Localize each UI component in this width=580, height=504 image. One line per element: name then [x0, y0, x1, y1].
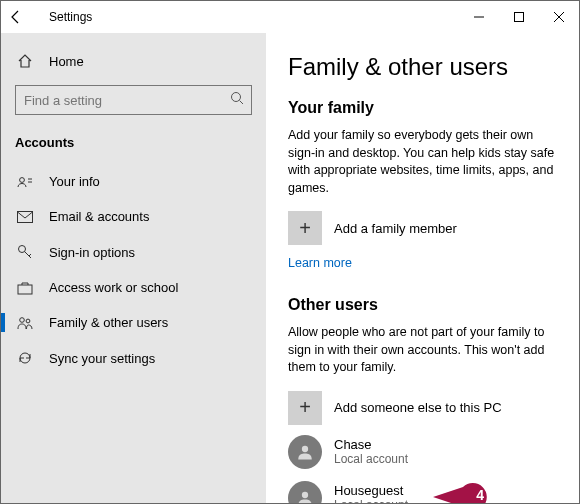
user-type: Local account	[334, 452, 408, 466]
person-card-icon	[15, 175, 35, 189]
user-row[interactable]: Houseguest Local account 4	[288, 481, 557, 504]
svg-point-12	[302, 445, 308, 451]
home-nav[interactable]: Home	[1, 47, 266, 75]
user-name: Chase	[334, 437, 408, 452]
titlebar: Settings	[1, 1, 579, 33]
sidebar-item-label: Email & accounts	[49, 209, 149, 224]
svg-rect-9	[18, 285, 32, 294]
minimize-button[interactable]	[459, 1, 499, 33]
sidebar-item-family-other-users[interactable]: Family & other users	[1, 305, 266, 340]
family-heading: Your family	[288, 99, 557, 117]
people-icon	[15, 316, 35, 330]
sync-icon	[15, 350, 35, 366]
add-family-label: Add a family member	[334, 221, 457, 236]
svg-point-10	[20, 317, 25, 322]
sidebar-item-email-accounts[interactable]: Email & accounts	[1, 199, 266, 234]
annotation-number: 4	[476, 487, 484, 503]
add-other-user-button[interactable]: + Add someone else to this PC	[288, 391, 557, 425]
page-title: Family & other users	[288, 53, 557, 81]
plus-icon: +	[288, 391, 322, 425]
svg-point-13	[302, 491, 308, 497]
close-button[interactable]	[539, 1, 579, 33]
sidebar-item-label: Family & other users	[49, 315, 168, 330]
back-button[interactable]	[9, 10, 33, 24]
sidebar-item-signin-options[interactable]: Sign-in options	[1, 234, 266, 270]
user-type: Local account	[334, 498, 408, 503]
main-panel: Family & other users Your family Add you…	[266, 33, 579, 503]
svg-rect-1	[515, 13, 524, 22]
learn-more-link[interactable]: Learn more	[288, 256, 352, 270]
svg-point-8	[19, 246, 26, 253]
plus-icon: +	[288, 211, 322, 245]
user-row[interactable]: Chase Local account	[288, 435, 557, 469]
avatar-icon	[288, 481, 322, 504]
home-icon	[15, 53, 35, 69]
briefcase-icon	[15, 281, 35, 295]
window-title: Settings	[49, 10, 92, 24]
sidebar-item-access-work-school[interactable]: Access work or school	[1, 270, 266, 305]
mail-icon	[15, 211, 35, 223]
sidebar-item-label: Sync your settings	[49, 351, 155, 366]
home-label: Home	[49, 54, 84, 69]
sidebar-item-label: Access work or school	[49, 280, 178, 295]
maximize-button[interactable]	[499, 1, 539, 33]
svg-point-4	[20, 177, 25, 182]
add-other-label: Add someone else to this PC	[334, 400, 502, 415]
other-users-description: Allow people who are not part of your fa…	[288, 324, 557, 377]
sidebar-item-label: Your info	[49, 174, 100, 189]
add-family-member-button[interactable]: + Add a family member	[288, 211, 557, 245]
sidebar-item-your-info[interactable]: Your info	[1, 164, 266, 199]
search-input[interactable]	[15, 85, 252, 115]
other-users-heading: Other users	[288, 296, 557, 314]
family-description: Add your family so everybody gets their …	[288, 127, 557, 197]
sidebar-item-sync-settings[interactable]: Sync your settings	[1, 340, 266, 376]
user-name: Houseguest	[334, 483, 408, 498]
annotation-callout: 4	[433, 483, 491, 504]
svg-point-11	[26, 319, 30, 323]
sidebar-section: Accounts	[1, 129, 266, 164]
sidebar: Home Accounts Your info Email & accounts	[1, 33, 266, 503]
sidebar-item-label: Sign-in options	[49, 245, 135, 260]
key-icon	[15, 244, 35, 260]
svg-rect-7	[18, 211, 33, 222]
avatar-icon	[288, 435, 322, 469]
